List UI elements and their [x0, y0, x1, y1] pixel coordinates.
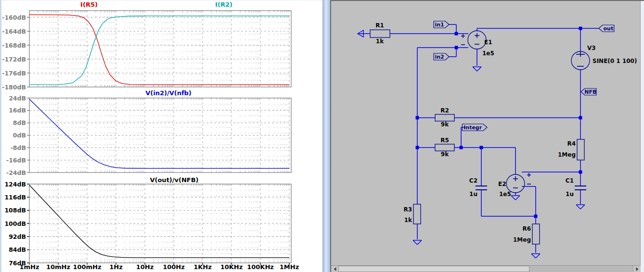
y-tick-label: 16dB — [9, 107, 26, 114]
trace-label-i-r5[interactable]: I(R5) — [80, 1, 98, 8]
y-tick-label: 84dB — [9, 246, 26, 253]
plot-pane-1[interactable]: -160dB-164dB-168dB-172dB-176dB-180dBI(R5… — [2, 1, 291, 91]
label-E1[interactable]: E1 — [484, 39, 492, 46]
y-tick-label: 100dB — [4, 220, 26, 227]
trace-label-v-in2-v-nfb[interactable]: V(in2)/V(nfb) — [145, 89, 192, 97]
label-E2[interactable]: E2 — [498, 181, 506, 187]
junction — [480, 146, 483, 149]
value-R4[interactable]: 1Meg — [558, 151, 576, 158]
trace-v-out-v-nfb — [29, 185, 289, 258]
scroll-left-button[interactable] — [331, 266, 339, 272]
label-R3[interactable]: R3 — [403, 206, 412, 213]
label-R2[interactable]: R2 — [440, 107, 449, 114]
y-tick-label: 108dB — [4, 207, 26, 214]
component-C1[interactable]: C11u — [566, 177, 586, 198]
plot-pane-2[interactable]: 24dB16dB8dB0dB-8dB-16dB-24dBV(in2)/V(nfb… — [6, 89, 291, 176]
junction — [455, 32, 458, 36]
value-R6[interactable]: 1Meg — [513, 236, 531, 243]
scroll-right-arrow-icon — [636, 267, 638, 271]
ground-icon[interactable] — [531, 254, 540, 258]
component-V3[interactable]: V3SINE(0 1 100) — [571, 45, 637, 70]
y-tick-label: -168dB — [2, 42, 26, 49]
x-tick-label-1mhz: 1mHz — [19, 263, 39, 271]
ltspice-app: { "waveform": { "x_axis": { "labels": ["… — [0, 0, 644, 272]
x-tick-label-10khz: 10KHz — [220, 263, 243, 271]
waveform-viewer-panel: -160dB-164dB-168dB-172dB-176dB-180dBI(R5… — [0, 0, 322, 272]
label-R1[interactable]: R1 — [375, 22, 384, 29]
y-tick-label: -172dB — [2, 56, 26, 63]
component-R4[interactable]: R41Meg — [558, 139, 584, 160]
junction — [416, 116, 419, 120]
trace-i-r2 — [29, 16, 289, 85]
net-flag-nfb[interactable]: NFB — [581, 88, 596, 95]
label-C1[interactable]: C1 — [566, 177, 574, 184]
junction — [460, 146, 463, 149]
value-R2[interactable]: 9k — [441, 121, 449, 128]
scroll-right-button[interactable] — [633, 266, 641, 272]
trace-label-v-out-v-nfb[interactable]: V(out)/v(NFB) — [150, 176, 198, 184]
horizontal-scrollbar[interactable] — [331, 265, 641, 272]
scroll-left-arrow-icon — [334, 267, 336, 271]
component-R6[interactable]: R61Meg — [513, 224, 540, 244]
y-tick-label: -164dB — [2, 28, 26, 35]
waveform-svg: -160dB-164dB-168dB-172dB-176dB-180dBI(R5… — [0, 0, 322, 272]
component-R5[interactable]: R59k — [435, 137, 454, 158]
window-splitter[interactable] — [322, 0, 330, 272]
junction — [579, 27, 582, 30]
trace-label-i-r2[interactable]: I(R2) — [215, 1, 232, 8]
value-E1[interactable]: 1e5 — [482, 50, 494, 57]
junction — [579, 171, 582, 174]
x-tick-label-100khz: 100KHz — [247, 263, 274, 271]
pane-border — [29, 11, 291, 87]
scrollbar-thumb[interactable] — [338, 266, 529, 272]
component-E1[interactable]: E11e5 — [461, 31, 494, 57]
value-R3[interactable]: 1k — [404, 217, 412, 223]
value-E2[interactable]: 1e5 — [499, 191, 511, 198]
value-C2[interactable]: 1u — [469, 191, 477, 198]
net-flag-label-in2: in2 — [435, 54, 444, 60]
label-R4[interactable]: R4 — [567, 140, 576, 147]
y-tick-label: 92dB — [9, 233, 26, 240]
net-flag-integr[interactable]: Integr — [462, 124, 487, 131]
component-E2[interactable]: E21e5 — [498, 173, 531, 198]
net-flag-out[interactable]: out — [599, 25, 614, 32]
component-R3[interactable]: R31k — [403, 204, 421, 224]
net-flag-label-out: out — [604, 25, 614, 32]
value-R1[interactable]: 1k — [376, 38, 384, 45]
net-flag-in2[interactable]: in2 — [434, 53, 449, 60]
schematic-svg: R11kR29kR59kR31kR41MegR61MegC21uC11uE11e… — [330, 0, 644, 265]
value-V3[interactable]: SINE(0 1 100) — [592, 58, 637, 64]
label-V3[interactable]: V3 — [587, 45, 596, 51]
junction — [416, 146, 419, 149]
value-C1[interactable]: 1u — [566, 191, 574, 198]
schematic-editor-panel: R11kR29kR59kR31kR41MegR61MegC21uC11uE11e… — [330, 0, 644, 272]
junction — [579, 116, 582, 120]
ground-icon[interactable] — [576, 205, 585, 209]
x-tick-label-100hz: 100Hz — [163, 263, 185, 271]
component-R1[interactable]: R11k — [370, 22, 390, 45]
y-tick-label: -16dB — [6, 157, 26, 164]
component-C2[interactable]: C21u — [469, 177, 487, 198]
value-R5[interactable]: 9k — [441, 151, 449, 158]
y-tick-label: 116dB — [4, 194, 26, 201]
x-tick-label-100mhz: 100mHz — [73, 263, 101, 271]
trace-v-in2-v-nfb — [29, 99, 289, 168]
ground-icon[interactable] — [473, 67, 481, 71]
ground-icon[interactable] — [413, 240, 422, 245]
y-tick-label: 8dB — [13, 119, 26, 126]
label-R6[interactable]: R6 — [522, 225, 531, 232]
label-R5[interactable]: R5 — [440, 137, 449, 144]
net-flag-in1[interactable]: in1 — [434, 21, 449, 28]
ground-icon[interactable] — [511, 196, 520, 200]
y-tick-label: -160dB — [2, 14, 26, 21]
trace-i-r5 — [29, 15, 289, 85]
label-C2[interactable]: C2 — [469, 177, 477, 184]
x-tick-label-1khz: 1KHz — [193, 263, 212, 271]
x-tick-label-1mhz: 1MHz — [280, 263, 299, 271]
vertical-scrollbar[interactable] — [640, 1, 644, 272]
net-flag-label-nfb: NFB — [584, 89, 596, 95]
plot-pane-3[interactable]: 124dB116dB108dB100dB92dB84dB76dBV(out)/v… — [4, 176, 291, 267]
component-R2[interactable]: R29k — [435, 107, 454, 128]
y-tick-label: -180dB — [2, 84, 26, 91]
junction — [534, 215, 538, 218]
